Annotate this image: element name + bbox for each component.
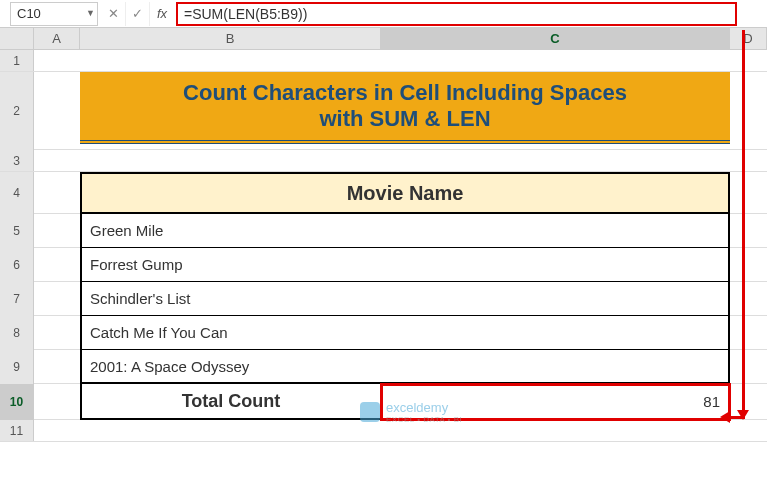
cell-A1[interactable]: [34, 50, 80, 71]
cell-A10[interactable]: [34, 384, 80, 419]
cell-A5[interactable]: [34, 214, 80, 247]
cell-D11[interactable]: [730, 420, 767, 441]
col-header-B[interactable]: B: [80, 28, 381, 49]
formula-text: =SUM(LEN(B5:B9)): [184, 6, 307, 22]
cell-A9[interactable]: [34, 350, 80, 383]
row-header-10[interactable]: 10: [0, 384, 34, 420]
annotation-arrow-horizontal: [728, 416, 745, 419]
cell-D2[interactable]: [730, 72, 767, 149]
cell-B7[interactable]: Schindler's List: [80, 282, 730, 316]
row-2: 2 Count Characters in Cell Including Spa…: [0, 72, 767, 150]
row-9: 9 2001: A Space Odyssey: [0, 350, 767, 384]
name-box[interactable]: C10 ▼: [10, 2, 98, 26]
cell-A4[interactable]: [34, 172, 80, 213]
cell-B6[interactable]: Forrest Gump: [80, 248, 730, 282]
row-6: 6 Forrest Gump: [0, 248, 767, 282]
accept-formula-button[interactable]: ✓: [126, 2, 150, 26]
banner-line1: Count Characters in Cell Including Space…: [183, 80, 627, 106]
row-header-5[interactable]: 5: [0, 214, 34, 248]
banner-line2: with SUM & LEN: [319, 106, 490, 132]
column-headers: A B C D: [0, 28, 767, 50]
formula-bar: C10 ▼ ✕ ✓ fx =SUM(LEN(B5:B9)): [0, 0, 767, 28]
row-header-8[interactable]: 8: [0, 316, 34, 350]
cell-B11[interactable]: [80, 420, 730, 441]
row-10: 10 Total Count 81: [0, 384, 767, 420]
cell-D5[interactable]: [730, 214, 767, 247]
name-box-value: C10: [17, 6, 41, 21]
cell-A2[interactable]: [34, 72, 80, 149]
select-all-corner[interactable]: [0, 28, 34, 49]
col-header-D[interactable]: D: [730, 28, 767, 49]
table-header-row: Movie Name: [80, 172, 730, 213]
total-count-value-cell[interactable]: 81: [381, 384, 730, 420]
total-count-label-cell[interactable]: Total Count: [80, 384, 381, 420]
cell-B1[interactable]: [80, 50, 730, 71]
cell-B5[interactable]: Green Mile: [80, 214, 730, 248]
spreadsheet-grid: A B C D 1 2 Count Characters in Cell Inc…: [0, 28, 767, 442]
row-5: 5 Green Mile: [0, 214, 767, 248]
cell-D3[interactable]: [730, 150, 767, 171]
cell-D4[interactable]: [730, 172, 767, 213]
title-banner[interactable]: Count Characters in Cell Including Space…: [80, 72, 730, 144]
cell-A6[interactable]: [34, 248, 80, 281]
row-header-11[interactable]: 11: [0, 420, 34, 441]
row-header-7[interactable]: 7: [0, 282, 34, 316]
movie-name-header[interactable]: Movie Name: [80, 172, 730, 214]
formula-input[interactable]: =SUM(LEN(B5:B9)): [176, 2, 737, 26]
cell-D7[interactable]: [730, 282, 767, 315]
total-row: Total Count 81: [80, 384, 730, 420]
row-header-9[interactable]: 9: [0, 350, 34, 384]
row-7: 7 Schindler's List: [0, 282, 767, 316]
row-header-4[interactable]: 4: [0, 172, 34, 214]
annotation-arrow-vertical: [742, 30, 745, 418]
cell-D6[interactable]: [730, 248, 767, 281]
row-header-3[interactable]: 3: [0, 150, 34, 171]
cancel-formula-button[interactable]: ✕: [102, 2, 126, 26]
cell-A11[interactable]: [34, 420, 80, 441]
row-8: 8 Catch Me If You Can: [0, 316, 767, 350]
cell-D8[interactable]: [730, 316, 767, 349]
row-11: 11: [0, 420, 767, 442]
cell-D1[interactable]: [730, 50, 767, 71]
fx-icon[interactable]: fx: [150, 6, 174, 21]
name-box-dropdown-icon[interactable]: ▼: [86, 8, 95, 18]
col-header-C[interactable]: C: [381, 28, 730, 49]
row-header-6[interactable]: 6: [0, 248, 34, 282]
row-header-2[interactable]: 2: [0, 72, 34, 150]
cell-A8[interactable]: [34, 316, 80, 349]
col-header-A[interactable]: A: [34, 28, 80, 49]
row-1: 1: [0, 50, 767, 72]
cell-B8[interactable]: Catch Me If You Can: [80, 316, 730, 350]
row-4: 4 Movie Name: [0, 172, 767, 214]
cell-A3[interactable]: [34, 150, 80, 171]
row-3: 3: [0, 150, 767, 172]
row-header-1[interactable]: 1: [0, 50, 34, 71]
cell-B9[interactable]: 2001: A Space Odyssey: [80, 350, 730, 384]
cell-D9[interactable]: [730, 350, 767, 383]
cell-A7[interactable]: [34, 282, 80, 315]
cell-B3[interactable]: [80, 150, 730, 171]
